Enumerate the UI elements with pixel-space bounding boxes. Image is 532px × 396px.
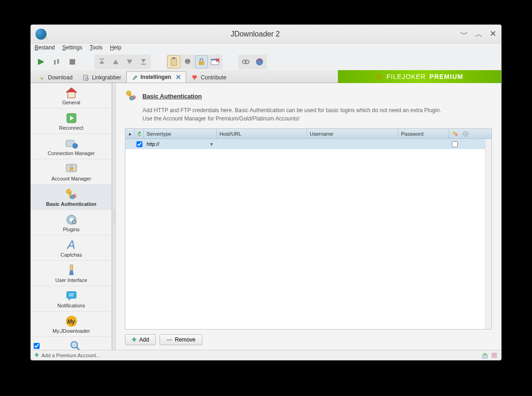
sidebar-item-ui[interactable]: User Interface bbox=[31, 261, 112, 286]
minus-icon: — bbox=[166, 336, 172, 343]
table-row[interactable]: http:// ▼ bbox=[125, 139, 491, 149]
svg-point-14 bbox=[189, 60, 190, 62]
main-panel: Basic Authentication Add HTTP and FTP cr… bbox=[116, 83, 501, 350]
move-bottom-button[interactable] bbox=[137, 55, 150, 68]
tab-instellingen[interactable]: Instellingen ✕ bbox=[126, 71, 187, 83]
col-servertype[interactable]: Servertype bbox=[144, 129, 217, 138]
col-host[interactable]: Host/URL bbox=[217, 129, 307, 138]
play-button[interactable] bbox=[35, 55, 47, 68]
sidebar-item-notifications[interactable]: Notifications bbox=[31, 286, 112, 312]
status-add-premium[interactable]: Add a Premium Account... bbox=[41, 353, 100, 358]
home-icon bbox=[65, 86, 78, 100]
col-enabled[interactable] bbox=[135, 129, 144, 138]
row-password-cell[interactable] bbox=[398, 139, 449, 149]
status-icon-home[interactable] bbox=[482, 352, 488, 359]
add-button[interactable]: ✚ Add bbox=[125, 334, 156, 345]
sidebar-checkbox[interactable] bbox=[34, 343, 40, 349]
remove-button[interactable]: — Remove bbox=[160, 334, 202, 345]
globe-refresh-button[interactable] bbox=[253, 55, 266, 68]
svg-rect-60 bbox=[483, 355, 487, 358]
sidebar-item-connection[interactable]: Connection Manager bbox=[31, 134, 112, 159]
sidebar-item-plugins[interactable]: Plugins bbox=[31, 210, 112, 235]
sidebar-item-general[interactable]: General bbox=[31, 83, 112, 108]
sidebar-item-label: Connection Manager bbox=[47, 150, 95, 156]
svg-rect-2 bbox=[57, 59, 59, 64]
col-settings[interactable] bbox=[460, 129, 471, 138]
lock-folder-button[interactable] bbox=[195, 55, 208, 68]
row-username-cell[interactable] bbox=[307, 139, 398, 149]
svg-point-12 bbox=[185, 59, 190, 64]
tab-close-button[interactable]: ✕ bbox=[176, 73, 181, 81]
svg-text:My: My bbox=[67, 318, 76, 325]
tabbar: Download Linkgrabber Instellingen ✕ Cont… bbox=[31, 70, 501, 83]
menu-help[interactable]: Help bbox=[110, 44, 121, 53]
auth-table: ▴ Servertype Host/URL Username Password … bbox=[125, 128, 492, 330]
clipboard-button[interactable] bbox=[167, 55, 180, 68]
tab-label: Linkgrabber bbox=[92, 74, 121, 81]
svg-rect-43 bbox=[66, 291, 77, 299]
app-icon bbox=[35, 29, 47, 40]
maximize-button[interactable]: ︿ bbox=[475, 29, 483, 40]
menu-settings[interactable]: Settings bbox=[62, 44, 82, 53]
col-password[interactable]: Password bbox=[398, 129, 449, 138]
svg-rect-15 bbox=[199, 61, 204, 65]
row-servertype-cell[interactable]: http:// ▼ bbox=[144, 139, 217, 149]
move-top-button[interactable] bbox=[95, 55, 108, 68]
sidebar-item-reconnect[interactable]: Reconnect bbox=[31, 108, 112, 134]
plus-icon: ✚ bbox=[35, 352, 39, 358]
sidebar-item-account[interactable]: Account Manager bbox=[31, 159, 112, 185]
sidebar-item-myjd[interactable]: My My.JDownloader bbox=[31, 312, 112, 337]
row-host-cell[interactable] bbox=[217, 139, 307, 149]
tab-label: Instellingen bbox=[141, 74, 171, 80]
status-icon-log[interactable] bbox=[491, 352, 497, 359]
move-down-button[interactable] bbox=[123, 55, 136, 68]
scrollbar[interactable] bbox=[485, 139, 491, 329]
sidebar-item-label: My.JDownloader bbox=[53, 328, 90, 334]
col-keyicon[interactable] bbox=[449, 129, 460, 138]
menu-tools[interactable]: Tools bbox=[89, 44, 102, 53]
row-lock-checkbox[interactable] bbox=[452, 141, 458, 147]
content-area: General Reconnect Connection Manager Acc… bbox=[31, 83, 501, 350]
sidebar-splitter[interactable] bbox=[112, 83, 116, 350]
sidebar-item-label: Basic Authentication bbox=[46, 201, 96, 207]
tab-download[interactable]: Download bbox=[34, 72, 77, 83]
svg-marker-7 bbox=[127, 60, 132, 64]
table-header: ▴ Servertype Host/URL Username Password bbox=[125, 129, 491, 139]
table-body: http:// ▼ bbox=[125, 139, 491, 329]
col-username[interactable]: Username bbox=[307, 129, 398, 138]
svg-marker-0 bbox=[38, 59, 44, 65]
promo-banner[interactable]: ♔ FILEJOKER PREMIUM bbox=[338, 70, 501, 83]
tab-contribute[interactable]: Contribute bbox=[186, 72, 231, 83]
menu-bestand[interactable]: Bestand bbox=[35, 44, 55, 53]
svg-point-57 bbox=[455, 133, 457, 136]
dropdown-icon: ▼ bbox=[209, 142, 214, 147]
stop-button[interactable] bbox=[66, 55, 79, 68]
sidebar-item-captchas[interactable]: A Captchas bbox=[31, 235, 112, 261]
pause-button[interactable] bbox=[50, 55, 63, 68]
row-enabled-checkbox[interactable] bbox=[136, 141, 142, 147]
plus-icon: ✚ bbox=[132, 336, 136, 343]
svg-point-31 bbox=[72, 143, 78, 149]
svg-rect-3 bbox=[70, 59, 75, 65]
wrench-icon bbox=[131, 74, 138, 80]
chain-button[interactable] bbox=[239, 55, 252, 68]
svg-line-50 bbox=[77, 347, 79, 350]
window-x-button[interactable] bbox=[209, 55, 222, 68]
svg-marker-61 bbox=[482, 353, 488, 355]
move-up-button[interactable] bbox=[109, 55, 122, 68]
reconnect-icon bbox=[65, 111, 78, 125]
close-button[interactable]: ✕ bbox=[490, 29, 497, 40]
sidebar-item-basic-auth[interactable]: Basic Authentication bbox=[31, 185, 112, 210]
heart-icon bbox=[191, 74, 198, 81]
menubar: Bestand Settings Tools Help bbox=[31, 43, 501, 54]
svg-marker-27 bbox=[66, 88, 77, 92]
minimize-button[interactable]: ﹀ bbox=[460, 29, 468, 40]
col-sort[interactable]: ▴ bbox=[125, 129, 135, 138]
sidebar-check-row bbox=[31, 337, 112, 350]
skull-button[interactable] bbox=[181, 55, 194, 68]
tab-linkgrabber[interactable]: Linkgrabber bbox=[77, 72, 126, 83]
magnify-icon bbox=[68, 339, 82, 350]
crown-icon: ♔ bbox=[376, 72, 383, 81]
remove-label: Remove bbox=[175, 336, 195, 343]
svg-rect-42 bbox=[70, 265, 73, 270]
